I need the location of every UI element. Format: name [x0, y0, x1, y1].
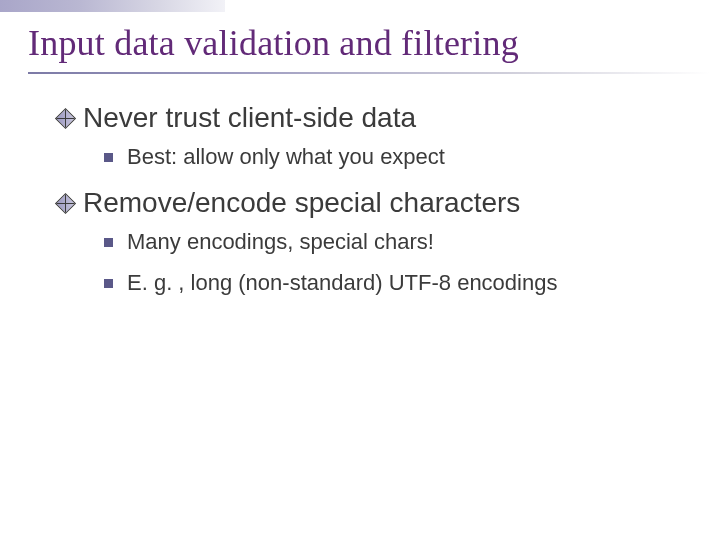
- slide-body: Never trust client-side data Best: allow…: [58, 100, 690, 311]
- bullet-text: Many encodings, special chars!: [127, 228, 434, 256]
- title-underline: [28, 72, 710, 74]
- diamond-bullet-icon: [55, 108, 76, 129]
- slide: Input data validation and filtering Neve…: [0, 0, 720, 540]
- diamond-bullet-icon: [55, 192, 76, 213]
- bullet-level1: Remove/encode special characters: [58, 185, 690, 220]
- square-bullet-icon: [104, 279, 113, 288]
- bullet-text: E. g. , long (non-standard) UTF-8 encodi…: [127, 269, 557, 297]
- bullet-text: Never trust client-side data: [83, 100, 416, 135]
- square-bullet-icon: [104, 153, 113, 162]
- slide-title: Input data validation and filtering: [28, 22, 700, 64]
- decorative-top-bar: [0, 0, 225, 12]
- square-bullet-icon: [104, 238, 113, 247]
- bullet-level2: Best: allow only what you expect: [104, 143, 690, 171]
- bullet-level2: E. g. , long (non-standard) UTF-8 encodi…: [104, 269, 690, 297]
- bullet-level1: Never trust client-side data: [58, 100, 690, 135]
- bullet-level2: Many encodings, special chars!: [104, 228, 690, 256]
- bullet-text: Remove/encode special characters: [83, 185, 520, 220]
- bullet-text: Best: allow only what you expect: [127, 143, 445, 171]
